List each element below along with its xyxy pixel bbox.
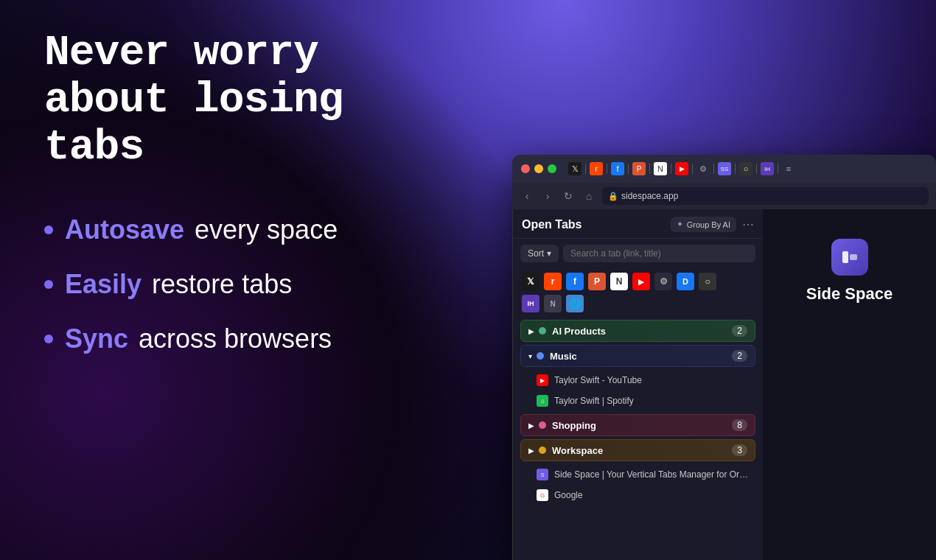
bullet-dot-3	[44, 335, 53, 343]
favicon-ih[interactable]: IH	[522, 295, 539, 312]
workspace-tab-1-title: Side Space | Your Vertical Tabs Manager …	[554, 469, 751, 480]
group-count-music: 2	[732, 350, 747, 362]
group-workspace[interactable]: ▶ Workspace 3	[520, 439, 755, 461]
toolbar-notion-icon[interactable]: N	[654, 162, 667, 175]
group-count-workspace: 3	[732, 444, 747, 456]
close-button[interactable]	[521, 164, 530, 173]
open-tabs-header: Open Tabs ✦ Group By AI ⋯	[513, 209, 763, 239]
divider	[735, 164, 736, 174]
traffic-lights	[521, 164, 556, 173]
browser-navbar: ‹ › ↻ ⌂ 🔒 sidespace.app	[512, 183, 936, 209]
sort-button[interactable]: Sort ▾	[520, 245, 559, 262]
favicon-discord[interactable]: D	[677, 273, 694, 290]
url-bar[interactable]: 🔒 sidespace.app	[602, 187, 929, 205]
bullet-list: Autosave every space Easily restore tabs…	[44, 214, 435, 354]
group-label-shopping: Shopping	[552, 420, 732, 431]
group-by-label: Group By AI	[687, 220, 730, 229]
toolbar-reddit-icon[interactable]: r	[590, 162, 603, 175]
search-input[interactable]	[563, 245, 755, 262]
workspace-tab-2-title: Google	[554, 490, 583, 500]
minimize-button[interactable]	[534, 164, 543, 173]
back-button[interactable]: ‹	[520, 189, 534, 203]
divider	[692, 164, 693, 174]
toolbar-ih-icon[interactable]: IH	[761, 162, 774, 175]
toolbar-x-icon[interactable]: 𝕏	[568, 162, 581, 175]
favicon-yt[interactable]: ▶	[632, 273, 650, 290]
maximize-button[interactable]	[548, 164, 556, 173]
reload-button[interactable]: ↻	[561, 189, 576, 203]
divider	[671, 164, 671, 174]
music-tab-2-title: Taylor Swift | Spotify	[554, 396, 634, 406]
svg-rect-1	[850, 254, 857, 260]
music-tab-2[interactable]: ♫ Taylor Swift | Spotify	[513, 391, 763, 411]
music-tab-2-favicon: ♫	[537, 395, 548, 407]
group-count-shopping: 8	[732, 419, 747, 431]
group-chevron-ai: ▶	[528, 327, 534, 335]
music-tab-1-title: Taylor Swift - YouTube	[554, 375, 642, 385]
group-shopping[interactable]: ▶ Shopping 8	[520, 414, 755, 436]
workspace-tab-1[interactable]: S Side Space | Your Vertical Tabs Manage…	[513, 464, 763, 485]
favicon-indie[interactable]: N	[544, 295, 562, 312]
workspace-tab-2[interactable]: G Google	[513, 485, 763, 505]
toolbar-cog-icon[interactable]: ⚙	[696, 162, 710, 175]
bullet-item-3: Sync across browsers	[44, 323, 435, 354]
url-text: sidespace.app	[621, 191, 678, 201]
bullet-highlight-2: Easily	[65, 269, 142, 299]
svg-rect-0	[842, 251, 848, 263]
favicon-globe[interactable]: 🌐	[566, 295, 584, 312]
group-dot-shopping	[539, 421, 546, 429]
group-ai-products[interactable]: ▶ AI Products 2	[520, 320, 755, 342]
music-tab-1-favicon: ▶	[537, 374, 548, 386]
sidespace-right-panel: Side Space	[763, 209, 936, 560]
group-music[interactable]: ▾ Music 2	[520, 345, 755, 367]
sort-label: Sort	[528, 248, 544, 259]
bullet-highlight-1: Autosave	[65, 214, 184, 245]
divider	[585, 164, 586, 174]
bullet-highlight-3: Sync	[65, 323, 128, 354]
favicon-reddit[interactable]: r	[544, 273, 562, 290]
forward-button[interactable]: ›	[540, 189, 555, 203]
group-chevron-music: ▾	[528, 352, 532, 360]
url-lock-icon: 🔒	[608, 192, 618, 201]
group-chevron-shopping: ▶	[528, 421, 534, 430]
headline: Never worry about losing tabs	[44, 29, 435, 170]
music-tab-1[interactable]: ▶ Taylor Swift - YouTube	[513, 370, 763, 391]
favicon-cog[interactable]: ⚙	[654, 273, 672, 290]
group-label-ai: AI Products	[552, 326, 732, 337]
group-label-music: Music	[550, 351, 732, 362]
toolbar-product-icon[interactable]: P	[632, 162, 646, 175]
divider	[628, 164, 629, 174]
open-tabs-title: Open Tabs	[522, 218, 582, 231]
toolbar-github-icon[interactable]: ○	[739, 162, 752, 175]
more-options-button[interactable]: ⋯	[742, 217, 754, 231]
favicon-notion[interactable]: N	[610, 273, 628, 290]
sidespace-name: Side Space	[806, 284, 893, 304]
divider	[756, 164, 757, 174]
group-dot-music	[537, 352, 544, 360]
group-dot-ai	[539, 327, 546, 335]
group-dot-workspace	[539, 447, 546, 454]
workspace-tab-2-favicon: G	[537, 489, 548, 501]
home-button[interactable]: ⌂	[581, 189, 596, 203]
toolbar-yt-icon[interactable]: ▶	[675, 162, 688, 175]
favicon-product[interactable]: P	[588, 273, 606, 290]
divider	[713, 164, 714, 174]
bullet-text-2: Easily restore tabs	[65, 269, 292, 300]
favicon-x[interactable]: 𝕏	[522, 273, 539, 290]
sort-search-row: Sort ▾	[513, 239, 763, 268]
group-count-ai: 2	[732, 325, 747, 337]
favicon-github[interactable]: ○	[699, 273, 716, 290]
bullet-text-3: Sync across browsers	[65, 323, 332, 354]
workspace-tab-1-favicon: S	[537, 469, 548, 480]
sparkle-icon: ✦	[677, 220, 683, 229]
toolbar-more-icon[interactable]: ≡	[782, 162, 795, 175]
group-by-button[interactable]: ✦ Group By AI	[671, 217, 736, 232]
divider	[649, 164, 650, 174]
toolbar-fb-icon[interactable]: f	[611, 162, 624, 175]
browser-titlebar: 𝕏 r f P N ▶ ⚙ SS ○	[512, 155, 936, 183]
bullet-text-1: Autosave every space	[65, 214, 338, 245]
sidespace-logo	[831, 239, 868, 276]
favicon-fb[interactable]: f	[566, 273, 584, 290]
bullet-item-1: Autosave every space	[44, 214, 435, 245]
toolbar-sidespace-icon[interactable]: SS	[718, 162, 731, 175]
